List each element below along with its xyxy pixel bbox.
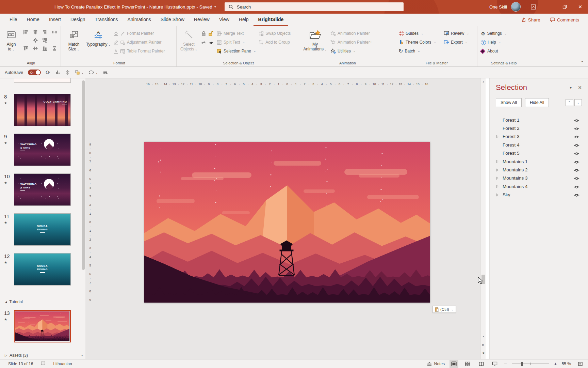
selection-item-name[interactable]: Mountains 3: [503, 175, 528, 181]
fit-slide-to-window-button[interactable]: [576, 360, 585, 368]
align-middle-button[interactable]: [31, 45, 39, 52]
ribbon-display-options-button[interactable]: [525, 0, 541, 14]
visibility-eye-icon[interactable]: [573, 168, 580, 172]
selection-item-name[interactable]: Mountains 4: [503, 184, 528, 189]
search-input[interactable]: Search: [225, 2, 404, 11]
account-name[interactable]: One Skill: [489, 4, 507, 10]
align-to-button[interactable]: Align to: [3, 28, 19, 60]
visibility-eye-icon[interactable]: [573, 143, 580, 147]
align-left-button[interactable]: [22, 28, 30, 36]
selection-item-name[interactable]: Forest 3: [503, 134, 520, 139]
selection-item-name[interactable]: Forest 5: [503, 151, 520, 156]
autosave-toggle[interactable]: On: [28, 70, 41, 75]
lock-icon[interactable]: [201, 31, 206, 36]
close-button[interactable]: ✕: [572, 0, 588, 14]
scroll-down-icon[interactable]: ▾: [481, 335, 486, 338]
tab-design[interactable]: Design: [66, 14, 90, 26]
tab-review[interactable]: Review: [189, 14, 214, 26]
align-top-button[interactable]: [22, 45, 30, 52]
distribute-icon[interactable]: [55, 70, 60, 75]
expand-triangle-icon[interactable]: [496, 159, 501, 164]
slide-thumbnail-8[interactable]: 8★COZY CAMPING: [14, 94, 71, 126]
comments-button[interactable]: Comments: [546, 16, 583, 24]
align-bottom-button[interactable]: [41, 45, 49, 52]
zoom-out-button[interactable]: −: [504, 361, 507, 367]
canvas-vertical-scrollbar[interactable]: ▴ ▾ « «: [480, 78, 486, 359]
expand-triangle-icon[interactable]: [496, 193, 501, 197]
match-size-button[interactable]: Match Size: [64, 28, 83, 60]
selection-item-name[interactable]: Forest 1: [503, 118, 520, 123]
selection-item-mountains-3[interactable]: Mountains 3: [496, 174, 582, 182]
visibility-eye-icon[interactable]: [573, 126, 580, 131]
slide-thumbnail-12[interactable]: 12★SCUBA DIVING: [14, 253, 71, 286]
align-center-button[interactable]: [31, 28, 39, 36]
table-format-painter-button[interactable]: A Table Format Painter: [113, 47, 165, 56]
batch-button[interactable]: ↻ Batch: [398, 47, 436, 56]
close-pane-icon[interactable]: ✕: [578, 85, 582, 90]
review-button[interactable]: Review: [444, 29, 469, 38]
zoom-level[interactable]: 55 %: [562, 362, 571, 366]
align-grid-button[interactable]: [41, 36, 49, 44]
tab-brightslide[interactable]: BrightSlide: [254, 14, 289, 26]
visibility-eye-icon[interactable]: [573, 184, 580, 189]
share-button[interactable]: Share: [518, 16, 544, 24]
tab-help[interactable]: Help: [234, 14, 254, 26]
thumbnail-panel-scrollbar[interactable]: ▾: [82, 80, 85, 357]
slide-7-thumbnail-partial[interactable]: [14, 78, 71, 83]
theme-colors-button[interactable]: Theme Colors: [398, 38, 436, 47]
selection-item-name[interactable]: Mountains 2: [503, 167, 528, 172]
selection-item-mountains-2[interactable]: Mountains 2: [496, 166, 582, 174]
visibility-eye-icon[interactable]: [573, 193, 580, 197]
tab-insert[interactable]: Insert: [44, 14, 66, 26]
align-right-button[interactable]: [41, 28, 49, 36]
show-all-button[interactable]: Show All: [496, 98, 522, 107]
slide-thumbnail-11[interactable]: 11★SCUBA DIVING: [14, 213, 71, 246]
next-slide-button[interactable]: «: [481, 351, 486, 355]
reading-view-button[interactable]: [477, 360, 486, 368]
about-button[interactable]: About: [481, 47, 507, 56]
selection-item-mountains-4[interactable]: Mountains 4: [496, 182, 582, 190]
tab-file[interactable]: File: [5, 14, 22, 26]
select-objects-button[interactable]: Select Objects: [180, 28, 198, 60]
distribute-vertical-button[interactable]: [50, 45, 59, 52]
visibility-eye-icon[interactable]: [573, 176, 580, 180]
parallax-mountain-illustration[interactable]: [144, 142, 430, 303]
language-indicator[interactable]: Lithuanian: [53, 362, 72, 366]
expand-triangle-icon[interactable]: [496, 168, 501, 172]
visibility-eye-icon[interactable]: [573, 151, 580, 155]
align-objects-icon[interactable]: [65, 70, 70, 75]
typography-button[interactable]: A Typography: [86, 28, 111, 60]
hide-all-button[interactable]: Hide All: [525, 98, 549, 107]
add-to-group-button[interactable]: Add to Group: [259, 38, 291, 47]
selection-item-forest-3[interactable]: Forest 3: [496, 133, 582, 141]
slide-sorter-view-button[interactable]: [463, 360, 472, 368]
avatar[interactable]: [511, 2, 521, 12]
tab-transitions[interactable]: Transitions: [90, 14, 123, 26]
collapse-ribbon-button[interactable]: ⌃: [581, 60, 584, 65]
visibility-eye-icon[interactable]: [573, 159, 580, 164]
selection-item-name[interactable]: Mountains 1: [503, 159, 528, 164]
zoom-slider-thumb[interactable]: [521, 362, 523, 366]
selection-item-forest-2[interactable]: Forest 2: [496, 124, 582, 132]
send-backward-button[interactable]: ⌄: [574, 99, 582, 106]
redo-icon[interactable]: ⟳: [46, 69, 50, 76]
export-button[interactable]: Export: [444, 38, 469, 47]
slide-thumbnail-13[interactable]: 13★: [14, 310, 71, 342]
visibility-eye-icon[interactable]: [573, 134, 580, 139]
slide-thumbnail-10[interactable]: 10★WATCHING STARS: [14, 173, 71, 206]
animation-painter-button[interactable]: Animation Painter: [330, 29, 372, 38]
zoom-in-button[interactable]: +: [554, 361, 557, 367]
normal-view-button[interactable]: [450, 360, 458, 368]
animation-painter-plus-button[interactable]: Animation Painter+: [330, 38, 372, 47]
show-object-icon[interactable]: [209, 41, 214, 44]
selection-item-forest-4[interactable]: Forest 4: [496, 141, 582, 149]
selection-item-mountains-1[interactable]: Mountains 1: [496, 157, 582, 166]
format-painter-button[interactable]: Format Painter: [113, 29, 165, 38]
zoom-slider[interactable]: [512, 364, 549, 364]
selection-pane-button[interactable]: Selection Pane: [217, 47, 256, 56]
selection-item-name[interactable]: Sky: [503, 192, 510, 197]
scroll-down-icon[interactable]: ▾: [81, 354, 83, 357]
visibility-eye-icon[interactable]: [573, 118, 580, 122]
hide-object-icon[interactable]: [201, 41, 206, 44]
slideshow-view-button[interactable]: [490, 360, 499, 368]
